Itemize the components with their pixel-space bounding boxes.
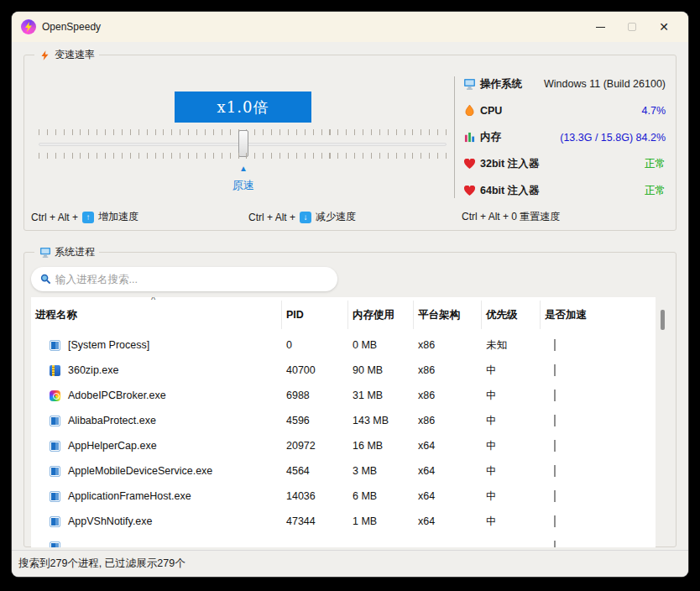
memory-value: (13.3G / 15.8G) 84.2% [560,132,666,144]
column-header-arch[interactable]: 平台架构 [414,301,482,329]
process-priority: 中 [482,389,541,403]
process-icon [50,516,60,527]
column-header-name[interactable]: 进程名称 [31,301,282,329]
process-table-header: 进程名称 PID 内存使用 平台架构 优先级 是否加速 [31,297,656,332]
app-window: OpenSpeedy ✕ 变速速率 x1.0倍 ▲ 原速 [12,12,688,577]
table-row[interactable]: ApplicationFrameHost.exe 14036 6 MB x64 … [31,484,656,509]
lightning-icon [39,49,51,61]
process-table: ^ 进程名称 PID 内存使用 平台架构 优先级 是否加速 [System Pr… [31,297,656,547]
process-name: AdobeIPCBroker.exe [68,390,166,401]
process-arch: x64 [414,440,482,452]
process-pid: 4564 [282,465,348,477]
system-process-group: 系统进程 ^ 进程名称 PID 内存使用 平台架构 优先级 是否加速 [24,252,676,547]
column-header-priority[interactable]: 优先级 [482,301,541,329]
process-memory: 3 MB [348,465,414,477]
slider-ticks-bottom [39,153,447,159]
minimize-button[interactable] [584,12,616,42]
heart-icon [463,158,476,170]
accelerate-checkbox[interactable] [554,515,556,527]
process-name: 360zip.exe [68,364,118,376]
info-row-injector64: 64bit 注入器 正常 [463,183,666,198]
column-header-pid[interactable]: PID [282,301,348,329]
process-arch: x64 [414,515,482,527]
process-memory: 0 MB [348,339,414,351]
process-icon [50,466,60,477]
minimize-icon [596,27,605,28]
app-logo-icon [21,19,36,34]
column-header-memory[interactable]: 内存使用 [348,301,414,329]
window-title: OpenSpeedy [42,21,101,33]
maximize-button[interactable] [616,12,648,42]
shortcut-decrease-speed: Ctrl + Alt + ↓ 减少速度 [248,210,356,224]
process-memory: 90 MB [348,364,414,376]
process-priority: 中 [482,439,541,453]
table-row[interactable]: AlibabaProtect.exe 4596 143 MB x86 中 [31,408,656,433]
process-priority: 中 [482,489,541,504]
process-memory: 31 MB [348,390,414,401]
search-icon [39,273,52,285]
process-priority: 未知 [482,338,541,353]
process-icon [50,390,60,401]
process-priority: 中 [482,515,541,529]
shortcut-reset-speed: Ctrl + Alt + 0 重置速度 [462,210,560,224]
accelerate-checkbox[interactable] [554,415,556,426]
process-memory: 1 MB [348,515,414,527]
table-row[interactable]: AdobeIPCBroker.exe 6988 31 MB x86 中 [31,383,656,408]
info-row-injector32: 32bit 注入器 正常 [463,156,666,171]
down-arrow-key-icon: ↓ [300,212,311,223]
system-info-panel: 操作系统 Windows 11 (Build 26100) CPU 4.7% [454,76,666,198]
desktop-background: OpenSpeedy ✕ 变速速率 x1.0倍 ▲ 原速 [0,0,700,591]
injector64-status: 正常 [645,184,666,198]
injector32-status: 正常 [645,157,666,171]
table-scrollbar-thumb[interactable] [661,310,665,330]
accelerate-checkbox[interactable] [554,390,556,401]
accelerate-checkbox[interactable] [554,465,556,477]
cpu-value: 4.7% [642,105,666,117]
table-row[interactable]: [System Process] 0 0 MB x86 未知 [31,332,656,358]
process-pid: 0 [282,339,348,351]
cpu-flame-icon [463,104,476,117]
process-pid: 20972 [282,440,348,452]
process-memory: 16 MB [348,440,414,452]
os-value: Windows 11 (Build 26100) [544,78,666,90]
up-arrow-key-icon: ↑ [82,212,94,223]
speed-rate-group-title: 变速速率 [34,48,99,62]
process-name: [System Process] [68,339,149,351]
process-search-box [31,267,337,291]
process-pid: 6988 [282,390,348,401]
process-priority: 中 [482,414,541,428]
process-table-body: [System Process] 0 0 MB x86 未知 360zip.ex… [31,332,656,547]
process-name: AppHelperCap.exe [68,440,157,452]
process-arch: x86 [414,415,482,426]
column-header-accelerate[interactable]: 是否加速 [541,301,656,329]
process-pid: 14036 [282,490,348,502]
process-arch: x64 [414,490,482,502]
system-process-group-title: 系统进程 [34,245,99,259]
accelerate-checkbox[interactable] [554,339,556,351]
search-input[interactable] [55,274,329,285]
accelerate-checkbox[interactable] [554,440,556,452]
table-row[interactable]: AppVShNotify.exe 47344 1 MB x64 中 [31,509,656,534]
close-button[interactable]: ✕ [648,12,680,42]
process-icon [50,541,60,548]
process-icon [50,340,60,351]
info-row-cpu: CPU 4.7% [463,103,666,118]
table-row[interactable]: AppleMobileDeviceService.exe 4564 3 MB x… [31,458,656,484]
sort-indicator-icon: ^ [151,297,155,305]
origin-speed-arrow-icon: ▲ [232,164,255,173]
accelerate-checkbox[interactable] [554,490,556,502]
table-row[interactable]: AppHelperCap.exe 20972 16 MB x64 中 [31,433,656,458]
accelerate-checkbox[interactable] [554,541,556,547]
process-pid: 4596 [282,415,348,426]
process-priority: 中 [482,363,541,378]
process-name: AlibabaProtect.exe [68,415,156,426]
process-icon [50,416,60,426]
origin-speed-label: 原速 [223,178,264,193]
monitor-icon [39,246,51,259]
table-row[interactable]: 360zip.exe 40700 90 MB x86 中 [31,358,656,383]
process-priority: 中 [482,464,541,479]
table-row[interactable] [31,534,656,547]
process-arch: x86 [414,390,482,401]
accelerate-checkbox[interactable] [554,364,556,376]
statusbar: 搜索到279个进程, 已过滤展示279个 [12,550,688,577]
